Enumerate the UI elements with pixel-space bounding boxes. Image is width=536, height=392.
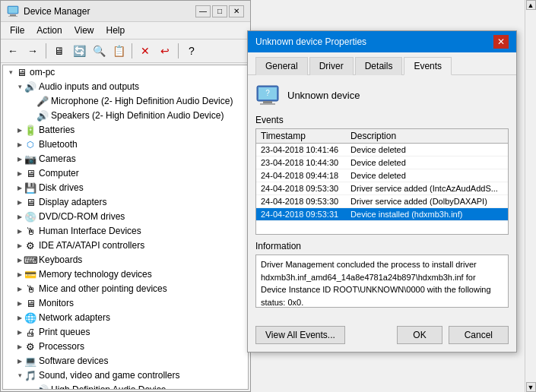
table-row[interactable]: 24-04-2018 09:53:30Driver service added … — [256, 195, 508, 208]
tab-events[interactable]: Events — [404, 57, 452, 75]
event-timestamp: 24-04-2018 09:44:18 — [256, 169, 346, 182]
tree-processors[interactable]: ▶ ⚙ Processors — [3, 340, 248, 354]
audio-toggle[interactable]: ▾ — [15, 83, 24, 92]
event-description: Device deleted — [346, 156, 508, 169]
disk-icon: 💾 — [24, 182, 36, 194]
tab-details[interactable]: Details — [355, 57, 403, 75]
device-icon: ? — [255, 83, 280, 107]
device-manager-window: Device Manager — □ ✕ File Action View He… — [0, 0, 251, 392]
hid-toggle[interactable]: ▶ — [15, 227, 24, 236]
table-row[interactable]: 24-04-2018 09:53:31Device installed (hdx… — [256, 208, 508, 221]
device-tree[interactable]: ▾ 🖥 om-pc ▾ 🔊 Audio inputs and outputs 🎤… — [2, 65, 249, 390]
tree-memory[interactable]: ▶ 💳 Memory technology devices — [3, 267, 248, 282]
tree-computer[interactable]: ▶ 🖥 Computer — [3, 166, 248, 181]
tree-audio-group[interactable]: ▾ 🔊 Audio inputs and outputs — [3, 80, 248, 94]
mem-icon: 💳 — [24, 269, 36, 281]
ide-toggle[interactable]: ▶ — [15, 242, 24, 251]
tree-monitors[interactable]: ▶ 🖥 Monitors — [3, 296, 248, 311]
tree-mice[interactable]: ▶ 🖱 Mice and other pointing devices — [3, 282, 248, 296]
update-btn[interactable]: 🔄 — [70, 42, 88, 60]
svg-rect-1 — [8, 7, 17, 13]
tree-sound[interactable]: ▾ 🎵 Sound, video and game controllers — [3, 368, 248, 383]
tab-general[interactable]: General — [255, 57, 308, 75]
mem-toggle[interactable]: ▶ — [15, 270, 24, 280]
tree-cameras[interactable]: ▶ 📷 Cameras — [3, 152, 248, 166]
menu-action[interactable]: Action — [30, 24, 68, 37]
props-btn[interactable]: 📋 — [109, 42, 128, 60]
rollback-btn[interactable]: ↩ — [156, 42, 174, 60]
scan-btn[interactable]: 🔍 — [90, 42, 108, 60]
cancel-btn[interactable]: Cancel — [449, 326, 509, 344]
tree-bluetooth[interactable]: ▶ ⬡ Bluetooth — [3, 138, 248, 152]
table-row[interactable]: 23-04-2018 10:44:30Device deleted — [256, 156, 508, 169]
help-btn[interactable]: ? — [182, 42, 201, 60]
view-all-events-btn[interactable]: View All Events... — [255, 326, 345, 344]
display-icon: 🖥 — [24, 197, 36, 209]
tree-root[interactable]: ▾ 🖥 om-pc — [3, 65, 248, 80]
monitors-toggle[interactable]: ▶ — [15, 299, 24, 308]
scroll-down-btn[interactable]: ▼ — [526, 382, 536, 392]
dialog-title: Unknown device Properties — [255, 36, 366, 47]
tree-batteries[interactable]: ▶ 🔋 Batteries — [3, 123, 248, 138]
back-btn[interactable]: ← — [4, 42, 22, 60]
info-label: Information — [255, 241, 509, 251]
tree-dvd[interactable]: ▶ 💿 DVD/CD-ROM drives — [3, 210, 248, 224]
event-description: Device deleted — [346, 144, 508, 156]
dvd-toggle[interactable]: ▶ — [15, 213, 24, 222]
tree-disk[interactable]: ▶ 💾 Disk drives — [3, 181, 248, 195]
menu-help[interactable]: Help — [100, 24, 132, 37]
net-toggle[interactable]: ▶ — [15, 314, 24, 323]
close-btn[interactable]: ✕ — [229, 5, 244, 17]
table-row[interactable]: 23-04-2018 10:41:46Device deleted — [256, 144, 508, 156]
sw-toggle[interactable]: ▶ — [15, 357, 24, 366]
disk-toggle[interactable]: ▶ — [15, 184, 24, 193]
device-header: ? Unknown device — [255, 83, 509, 107]
dialog-close-btn[interactable]: ✕ — [493, 35, 509, 49]
events-table-container[interactable]: Timestamp Description 23-04-2018 10:41:4… — [255, 128, 509, 235]
computer-label: Computer — [39, 167, 79, 180]
dm-window-icon — [7, 5, 19, 17]
bt-toggle[interactable]: ▶ — [15, 141, 24, 150]
proc-label: Processors — [39, 340, 84, 353]
main-scrollbar[interactable]: ▲ ▼ — [525, 0, 536, 392]
forward-btn[interactable]: → — [24, 42, 42, 60]
computer-btn[interactable]: 🖥 — [50, 42, 68, 60]
proc-toggle[interactable]: ▶ — [15, 343, 24, 352]
tree-display[interactable]: ▶ 🖥 Display adapters — [3, 195, 248, 210]
tree-hid[interactable]: ▶ 🖱 Human Interface Devices — [3, 224, 248, 239]
ok-btn[interactable]: OK — [397, 326, 442, 344]
maximize-btn[interactable]: □ — [212, 5, 227, 17]
tree-microphone[interactable]: 🎤 Microphone (2- High Definition Audio D… — [3, 94, 248, 109]
menu-view[interactable]: View — [68, 24, 100, 37]
mice-toggle[interactable]: ▶ — [15, 285, 24, 294]
batteries-label: Batteries — [39, 124, 75, 137]
table-row[interactable]: 24-04-2018 09:44:18Device deleted — [256, 169, 508, 182]
sound-toggle[interactable]: ▾ — [15, 371, 24, 381]
tree-keyboards[interactable]: ▶ ⌨ Keyboards — [3, 253, 248, 267]
dialog-body: ? Unknown device Events Timestamp Descri… — [248, 75, 516, 321]
tree-print[interactable]: ▶ 🖨 Print queues — [3, 325, 248, 340]
root-toggle[interactable]: ▾ — [6, 68, 15, 77]
svg-rect-7 — [260, 103, 275, 105]
sw-icon: 💻 — [24, 356, 36, 368]
display-toggle[interactable]: ▶ — [15, 198, 24, 207]
table-row[interactable]: 24-04-2018 09:53:30Driver service added … — [256, 182, 508, 195]
tree-software[interactable]: ▶ 💻 Software devices — [3, 354, 248, 368]
tree-network[interactable]: ▶ 🌐 Network adapters — [3, 311, 248, 325]
scroll-up-btn[interactable]: ▲ — [526, 0, 536, 10]
tree-hd-audio[interactable]: 🔊 High Definition Audio Device — [3, 383, 248, 390]
menu-file[interactable]: File — [4, 24, 30, 37]
batteries-toggle[interactable]: ▶ — [15, 126, 24, 135]
cameras-toggle[interactable]: ▶ — [15, 155, 24, 164]
computer-toggle[interactable]: ▶ — [15, 169, 24, 179]
uninstall-btn[interactable]: ✕ — [136, 42, 154, 60]
information-section: Information Driver Management concluded … — [255, 241, 509, 308]
tab-driver[interactable]: Driver — [309, 57, 354, 75]
toolbar-sep-3 — [178, 43, 179, 58]
tree-ide[interactable]: ▶ ⚙ IDE ATA/ATAPI controllers — [3, 239, 248, 253]
minimize-btn[interactable]: — — [195, 5, 211, 17]
dvd-icon: 💿 — [24, 211, 36, 223]
tree-speakers[interactable]: 🔊 Speakers (2- High Definition Audio Dev… — [3, 109, 248, 123]
print-toggle[interactable]: ▶ — [15, 328, 24, 337]
net-label: Network adapters — [39, 311, 110, 324]
